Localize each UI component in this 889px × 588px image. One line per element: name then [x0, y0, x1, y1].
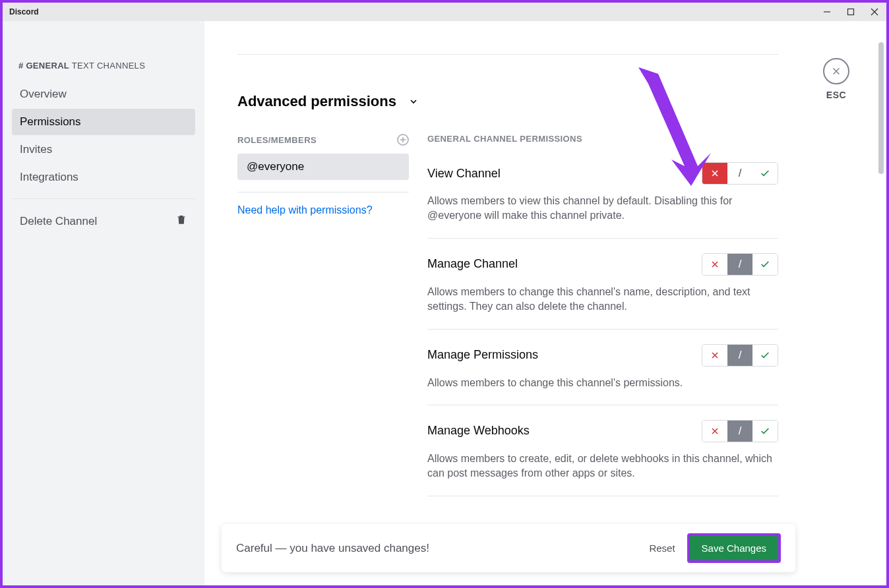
add-role-button[interactable] [397, 134, 409, 146]
perm-desc: Allows members to create, edit, or delet… [427, 452, 778, 481]
perm-allow-button[interactable] [752, 163, 778, 184]
perm-toggle: / [702, 420, 778, 442]
role-item-everyone[interactable]: @everyone [237, 154, 409, 180]
perm-name: View Channel [427, 167, 501, 181]
close-button[interactable] [869, 7, 880, 17]
perm-neutral-button[interactable]: / [727, 345, 752, 366]
perm-name: Manage Permissions [427, 348, 538, 362]
divider [427, 496, 778, 496]
save-button[interactable]: Save Changes [687, 533, 781, 563]
minimize-button[interactable] [822, 7, 832, 17]
permission-item: Manage Channel / Allows members to chang… [427, 253, 778, 314]
perm-deny-button[interactable] [702, 421, 727, 442]
divider [427, 238, 778, 239]
scrollbar[interactable] [878, 42, 884, 174]
perm-toggle: / [702, 253, 778, 276]
sidebar-item-permissions[interactable]: Permissions [12, 109, 195, 135]
perm-deny-button[interactable] [702, 163, 727, 184]
perm-desc: Allows members to change this channel's … [427, 376, 778, 390]
perm-name: Manage Channel [427, 257, 518, 271]
svg-rect-1 [848, 9, 854, 15]
reset-button[interactable]: Reset [649, 543, 675, 554]
permission-item: Manage Permissions / Allows members to c… [427, 344, 778, 390]
perm-name: Manage Webhooks [427, 424, 530, 438]
divider [237, 192, 409, 192]
perm-desc: Allows members to change this channel's … [427, 285, 778, 314]
titlebar: Discord [3, 3, 886, 21]
perm-toggle: / [702, 344, 778, 367]
esc-button[interactable]: ESC [823, 58, 849, 100]
help-link[interactable]: Need help with permissions? [237, 204, 409, 216]
app-title: Discord [9, 7, 39, 16]
perm-allow-button[interactable] [752, 345, 778, 366]
perm-deny-button[interactable] [702, 345, 727, 366]
sidebar-header: # GENERAL TEXT CHANNELS [12, 61, 195, 81]
permission-item: View Channel / Allows members to view th… [427, 162, 778, 223]
sidebar-item-integrations[interactable]: Integrations [12, 164, 195, 191]
divider [237, 54, 778, 55]
esc-label: ESC [826, 90, 846, 100]
chevron-down-icon [408, 96, 419, 107]
sidebar: # GENERAL TEXT CHANNELS Overview Permiss… [3, 21, 204, 585]
content: Advanced permissions ROLES/MEMBERS @ [204, 21, 886, 585]
sidebar-item-overview[interactable]: Overview [12, 81, 195, 107]
perm-allow-button[interactable] [752, 254, 778, 275]
sidebar-item-invites[interactable]: Invites [12, 136, 195, 163]
divider [427, 329, 778, 330]
delete-channel-button[interactable]: Delete Channel [12, 207, 195, 235]
perm-neutral-button[interactable]: / [727, 421, 752, 442]
perm-allow-button[interactable] [752, 421, 778, 442]
perm-deny-button[interactable] [702, 254, 727, 275]
close-icon [823, 58, 849, 84]
maximize-button[interactable] [845, 7, 856, 17]
perm-group-header: GENERAL CHANNEL PERMISSIONS [427, 134, 778, 144]
roles-header: ROLES/MEMBERS [237, 134, 409, 146]
perm-neutral-button[interactable]: / [727, 163, 752, 184]
trash-icon [175, 214, 187, 229]
perm-neutral-button[interactable]: / [727, 254, 752, 275]
divider [427, 405, 778, 405]
perm-toggle: / [702, 162, 778, 185]
divider [12, 198, 195, 199]
save-bar: Careful — you have unsaved changes! Rese… [222, 524, 795, 572]
section-title[interactable]: Advanced permissions [237, 93, 778, 110]
permission-item: Manage Webhooks / Allows members to crea… [427, 420, 778, 481]
perm-desc: Allows members to view this channel by d… [427, 194, 778, 223]
save-message: Careful — you have unsaved changes! [236, 542, 429, 555]
